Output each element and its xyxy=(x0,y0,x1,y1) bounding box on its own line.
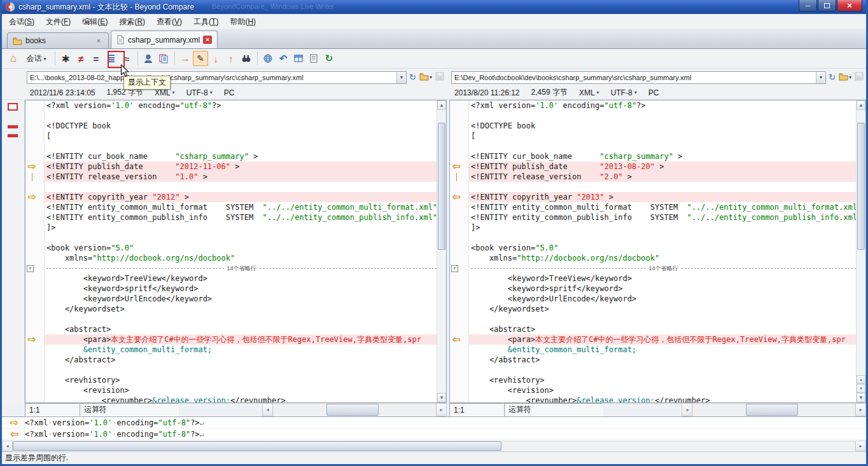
home-button[interactable]: ⌂ xyxy=(6,51,21,66)
left-path-input[interactable]: E:\...\books_2013-08-02_happyHouse\books… xyxy=(27,71,407,84)
minimize-button[interactable]: ─ xyxy=(799,0,817,11)
next-difference-button[interactable]: ↓ xyxy=(208,51,223,66)
scroll-right-icon[interactable]: ▸ xyxy=(855,441,866,451)
diff-overview-strip[interactable] xyxy=(2,100,25,403)
code-line[interactable]: </abstract> xyxy=(46,355,437,365)
session-menu-button[interactable]: 会话▾ xyxy=(21,51,52,66)
code-line[interactable]: <!ENTITY copyrith_year "2012" > xyxy=(45,192,437,202)
code-line[interactable]: <book version="5.0" xyxy=(46,243,437,253)
path-dropdown-icon[interactable]: ▾ xyxy=(816,72,825,83)
left-browse-folder-button[interactable]: ▾ xyxy=(419,72,433,83)
expand-section-button[interactable]: + xyxy=(451,265,458,272)
code-line[interactable] xyxy=(471,111,856,121)
code-line[interactable]: <!ENTITY cur_book_name "csharp_summary" … xyxy=(46,151,437,161)
detail-line[interactable]: ⇨<?xml·version='1.0'·encoding="utf-8"?>↵ xyxy=(2,417,866,428)
code-line[interactable] xyxy=(46,233,437,243)
code-line[interactable]: 14个省略行 xyxy=(471,263,856,273)
right-hscrollbar[interactable]: ◂ ▸ xyxy=(682,403,866,416)
code-line[interactable]: <revhistory> xyxy=(46,375,437,385)
code-line[interactable]: </abstract> xyxy=(471,355,856,365)
scroll-up-icon[interactable]: ▲ xyxy=(857,100,865,110)
scroll-thumb[interactable] xyxy=(746,404,798,416)
code-line[interactable] xyxy=(46,314,437,324)
code-line[interactable] xyxy=(471,314,856,324)
tab-csharp-summary[interactable]: csharp_summary.xml × xyxy=(111,31,218,48)
scroll-track[interactable] xyxy=(437,110,446,393)
code-line[interactable]: 14个省略行 xyxy=(46,263,437,273)
code-line[interactable] xyxy=(471,141,856,151)
code-line[interactable]: <!DOCTYPE book xyxy=(46,121,437,131)
reload-button[interactable]: ↻ xyxy=(321,51,337,66)
left-encoding-dropdown[interactable]: UTF-8▾ xyxy=(186,88,213,97)
left-save-file-button[interactable] xyxy=(435,72,445,83)
find-button[interactable] xyxy=(239,51,254,66)
code-line[interactable]: [ xyxy=(471,131,856,141)
right-encoding-dropdown[interactable]: UTF-8▾ xyxy=(611,88,637,97)
code-line[interactable]: <keyword>TreeView</keyword> xyxy=(46,273,437,284)
code-line[interactable]: <revnumber>&release_version;</revnumber> xyxy=(471,395,856,402)
detail-line[interactable]: ⇦<?xml·version='1.0'·encoding="utf-8"?>↵ xyxy=(2,428,866,440)
code-line[interactable]: <book version="5.0" xyxy=(471,243,856,253)
edit-button[interactable]: ✎ xyxy=(193,51,208,66)
code-line[interactable]: <revision> xyxy=(471,385,856,395)
menu-item-s[interactable]: 会话(S) xyxy=(3,15,40,29)
right-vscrollbar[interactable]: ▲ ▴ ▾ ▼ xyxy=(856,100,865,402)
next-section-button[interactable]: ▾ xyxy=(857,384,865,393)
scroll-thumb[interactable] xyxy=(857,123,865,250)
code-line[interactable] xyxy=(471,365,856,375)
report-button[interactable] xyxy=(306,51,321,66)
code-line[interactable]: <keyword>spritf</keyword> xyxy=(471,284,856,294)
code-line[interactable] xyxy=(46,111,437,121)
code-line[interactable]: <revhistory> xyxy=(471,375,856,385)
code-line[interactable]: <!ENTITY entity_common_publish_info SYST… xyxy=(471,212,856,223)
scroll-down-icon[interactable]: ▼ xyxy=(437,393,446,402)
right-path-input[interactable]: E:\Dev_Root\docbook\dev\books\csharp_sum… xyxy=(451,71,826,84)
difference-mark[interactable] xyxy=(8,134,18,137)
code-line[interactable]: <!ENTITY copyrith_year "2013" > xyxy=(469,192,856,202)
menu-item-e[interactable]: 编辑(E) xyxy=(76,15,113,29)
scroll-right-icon[interactable]: ▸ xyxy=(436,403,447,416)
scroll-thumb[interactable] xyxy=(13,441,501,451)
code-line[interactable]: <para>本文主要介绍了C#中的一些学习心得，包括但不限于Regex,Tree… xyxy=(469,334,856,345)
code-line[interactable] xyxy=(46,182,437,192)
code-line[interactable]: <!DOCTYPE book xyxy=(471,121,856,131)
scroll-track[interactable] xyxy=(857,110,865,375)
code-line[interactable]: &entity_common_multi_format; xyxy=(46,345,437,355)
menu-item-t[interactable]: 工具(T) xyxy=(188,15,224,29)
code-line[interactable]: ]> xyxy=(46,223,437,233)
code-line[interactable]: [ xyxy=(46,131,437,141)
code-line[interactable] xyxy=(471,182,856,192)
code-line[interactable]: <abstract> xyxy=(46,324,437,334)
swap-panes-button[interactable] xyxy=(291,51,306,66)
code-line[interactable]: xmlns="http://docbook.org/ns/docbook" xyxy=(46,253,437,263)
code-line[interactable] xyxy=(471,233,856,243)
path-dropdown-icon[interactable]: ▾ xyxy=(396,72,406,83)
scroll-left-icon[interactable]: ◂ xyxy=(2,441,13,451)
copy-to-right-button[interactable]: → xyxy=(178,51,193,66)
code-line[interactable]: <?xml version='1.0' encoding="utf-8"?> xyxy=(46,100,437,111)
menu-item-h[interactable]: 帮助(H) xyxy=(224,15,262,29)
left-reload-file-button[interactable]: ↻ xyxy=(409,72,417,82)
maximize-button[interactable] xyxy=(818,0,836,11)
previous-section-button[interactable]: ▴ xyxy=(857,375,865,384)
show-all-button[interactable]: ∗ xyxy=(58,51,73,66)
scroll-left-icon[interactable]: ◂ xyxy=(262,403,273,416)
titlebar[interactable]: csharp_summary.xml - 文本比较 - Beyond Compa… xyxy=(2,0,866,14)
rules-button[interactable] xyxy=(141,51,156,66)
right-browse-folder-button[interactable]: ▾ xyxy=(838,72,852,83)
code-line[interactable]: <revision> xyxy=(46,385,437,395)
code-line[interactable]: <!ENTITY publish_date "2013-08-20" > xyxy=(469,161,856,172)
code-line[interactable]: <keyword>UrlEncode</keyword> xyxy=(471,294,856,304)
back-button[interactable]: ↶ xyxy=(276,51,291,66)
code-line[interactable]: <!ENTITY entity_common_publish_info SYST… xyxy=(46,212,437,223)
format-button[interactable] xyxy=(156,51,171,66)
scroll-down-icon[interactable]: ▼ xyxy=(857,393,865,402)
code-line[interactable]: </keywordset> xyxy=(471,304,856,314)
code-line[interactable]: ]> xyxy=(471,223,856,233)
code-line[interactable]: <!ENTITY release_version "1.0" > xyxy=(45,172,437,182)
code-line[interactable] xyxy=(46,365,437,375)
right-save-file-button[interactable] xyxy=(854,72,864,83)
code-line[interactable]: <keyword>TreeView</keyword> xyxy=(471,273,856,284)
code-line[interactable]: <para>本文主要介绍了C#中的一些学习心得，包括但不限于Regex,Tree… xyxy=(45,334,437,345)
left-vscrollbar[interactable]: ▲ ▼ xyxy=(437,100,446,402)
